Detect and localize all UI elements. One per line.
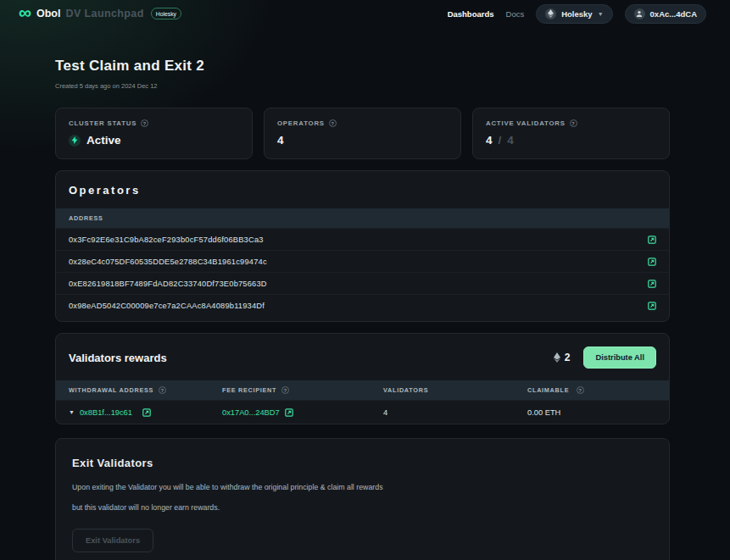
- operators-panel: Operators ADDRESS 0x3Fc92E6e31C9bA82ceF2…: [55, 170, 670, 322]
- operators-table-header: ADDRESS: [56, 208, 669, 228]
- help-icon[interactable]: [577, 386, 584, 394]
- exit-panel-description-line1: Upon exiting the Validator you will be a…: [72, 483, 653, 491]
- active-status-icon: [69, 135, 81, 147]
- brand-name: Obol: [36, 8, 60, 19]
- fee-recipient-link[interactable]: 0x17A0...24BD7: [222, 408, 280, 417]
- claimable-eth-count: 2: [565, 352, 571, 363]
- account-button[interactable]: 0xAc...4dCA: [625, 4, 706, 24]
- active-validators-card: ACTIVE VALIDATORS 4 / 4: [472, 108, 670, 159]
- obol-logo-icon: ∞: [19, 3, 31, 21]
- operators-label: OPERATORS: [277, 119, 325, 127]
- table-row: 0xE82619818BF7489FdAD82C33740Df73E0b7566…: [56, 272, 669, 294]
- network-selector-button[interactable]: Holesky ▼: [536, 4, 612, 24]
- exit-panel-title: Exit Validators: [72, 457, 653, 469]
- operator-address: 0x98eAD5042C00009e7ce7a2CAAc8A4089b11934…: [69, 302, 648, 310]
- withdrawal-address-column-header: WITHDRAWAL ADDRESS: [69, 386, 153, 394]
- page-title: Test Claim and Exit 2: [55, 58, 670, 75]
- expand-row-chevron-icon[interactable]: [69, 409, 75, 415]
- nav-docs[interactable]: Docs: [506, 9, 525, 19]
- ethereum-network-icon: [545, 8, 556, 19]
- eth-diamond-icon: [554, 352, 560, 363]
- active-validators-total: 4: [507, 134, 514, 147]
- cluster-status-value: Active: [86, 134, 121, 147]
- operator-address: 0x28eC4c075DF60535DDE5e2788C34B1961c9947…: [69, 258, 648, 266]
- claimable-column-header: CLAIMABLE: [527, 386, 569, 394]
- rewards-table-row: 0x8B1f...19c61 0x17A0...24BD7 4 0.00 ETH: [56, 400, 669, 424]
- validators-rewards-panel: Validators rewards 2 Distribute All WITH…: [55, 333, 670, 424]
- rewards-panel-title: Validators rewards: [69, 352, 167, 364]
- external-link-icon[interactable]: [648, 236, 656, 244]
- table-row: 0x3Fc92E6e31C9bA82ceF293b0cF57dd6f06BB3C…: [56, 228, 669, 250]
- page-subtitle: Created 5 days ago on 2024 Dec 12: [55, 82, 670, 90]
- validators-column-header: VALIDATORS: [383, 386, 527, 394]
- help-icon[interactable]: [281, 386, 289, 394]
- brand-product: DV Launchpad: [65, 8, 143, 19]
- stat-cards: CLUSTER STATUS Active OPERATORS 4 ACTIVE…: [55, 108, 670, 159]
- chevron-down-icon: ▼: [598, 11, 604, 17]
- external-link-icon[interactable]: [142, 408, 151, 417]
- account-address-label: 0xAc...4dCA: [650, 9, 697, 19]
- operator-address: 0x3Fc92E6e31C9bA82ceF293b0cF57dd6f06BB3C…: [69, 236, 648, 244]
- fee-recipient-column-header: FEE RECIPIENT: [222, 386, 276, 394]
- operators-panel-title: Operators: [69, 184, 141, 197]
- active-validators-label: ACTIVE VALIDATORS: [486, 119, 566, 127]
- withdrawal-address-link[interactable]: 0x8B1f...19c61: [80, 408, 132, 417]
- rewards-table-header: WITHDRAWAL ADDRESS FEE RECIPIENT VALIDAT…: [56, 380, 669, 400]
- nav-dashboards[interactable]: Dashboards: [448, 9, 494, 19]
- table-row: 0x98eAD5042C00009e7ce7a2CAAc8A4089b11934…: [56, 294, 669, 316]
- address-column-header: ADDRESS: [69, 214, 103, 222]
- external-link-icon[interactable]: [648, 280, 656, 288]
- validators-count-cell: 4: [383, 408, 527, 417]
- cluster-status-card: CLUSTER STATUS Active: [55, 108, 253, 159]
- help-icon[interactable]: [141, 119, 148, 127]
- operators-card: OPERATORS 4: [264, 108, 461, 159]
- top-nav-links: Dashboards Docs Holesky ▼ 0xAc...4dCA: [448, 4, 706, 24]
- external-link-icon[interactable]: [648, 258, 656, 266]
- help-icon[interactable]: [570, 119, 577, 127]
- network-badge: Holesky: [151, 8, 181, 19]
- active-validators-separator: /: [499, 134, 502, 147]
- main-content: Test Claim and Exit 2 Created 5 days ago…: [55, 58, 670, 560]
- distribute-all-button[interactable]: Distribute All: [583, 347, 656, 369]
- account-avatar-icon: [634, 8, 645, 19]
- help-icon[interactable]: [159, 386, 166, 394]
- network-selector-label: Holesky: [561, 9, 592, 19]
- active-validators-count: 4: [486, 134, 493, 147]
- exit-panel-description-line2: but this validator will no longer earn r…: [72, 503, 653, 512]
- top-navigation-bar: ∞ Obol DV Launchpad Holesky Dashboards D…: [0, 0, 730, 27]
- exit-validators-button[interactable]: Exit Validators: [72, 529, 153, 552]
- brand: ∞ Obol DV Launchpad Holesky: [19, 6, 181, 21]
- operator-address: 0xE82619818BF7489FdAD82C33740Df73E0b7566…: [69, 280, 648, 288]
- exit-validators-panel: Exit Validators Upon exiting the Validat…: [55, 438, 670, 560]
- operators-count: 4: [277, 134, 284, 147]
- external-link-icon[interactable]: [285, 408, 293, 417]
- external-link-icon[interactable]: [648, 302, 656, 310]
- cluster-status-label: CLUSTER STATUS: [69, 119, 137, 127]
- claimable-amount-cell: 0.00 ETH: [527, 408, 656, 417]
- help-icon[interactable]: [329, 119, 337, 127]
- table-row: 0x28eC4c075DF60535DDE5e2788C34B1961c9947…: [56, 250, 669, 272]
